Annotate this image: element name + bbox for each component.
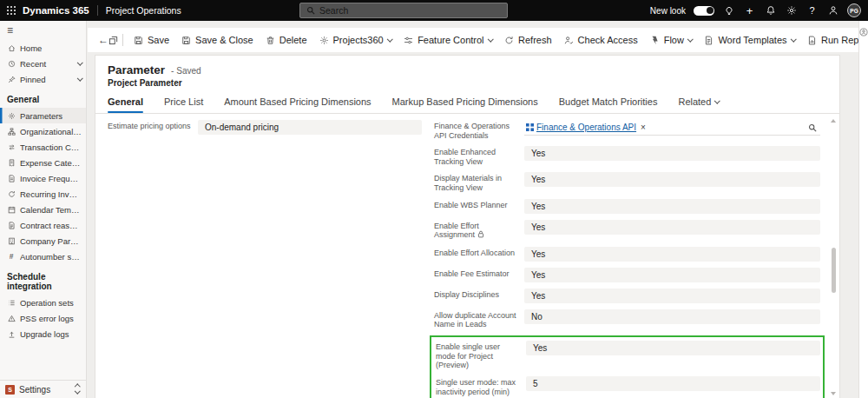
person-icon[interactable] [826,4,839,17]
sidebar-item-home[interactable]: Home [0,40,86,56]
refresh-icon [504,36,514,45]
sidebar-top-items: HomeRecentPinned [0,40,86,87]
scrollbar-thumb[interactable] [832,248,836,293]
tab-general[interactable]: General [108,96,143,113]
feature-control-button[interactable]: Feature Control [398,30,498,50]
refresh-label: Refresh [518,35,552,45]
sidebar-item-pss-error-logs[interactable]: PSS error logs [0,310,86,326]
back-button[interactable]: ← [98,31,108,49]
form-field-row: Enable single user mode for Project (Pre… [436,341,820,370]
help-icon[interactable]: ? [806,4,819,17]
field-value[interactable]: Yes [524,199,820,214]
brand-title[interactable]: Dynamics 365 [23,5,97,16]
field-value[interactable]: Yes [524,172,820,187]
sidebar-item-label: Parameters [20,111,82,121]
sidebar-item-calendar-templates[interactable]: Calendar Templates [0,202,86,217]
tab-label: Amount Based Pricing Dimensions [224,96,371,107]
save-and-close-button[interactable]: Save & Close [175,30,260,50]
form-field-row: Enable Effort AssignmentYes [434,220,820,241]
sidebar-item-contract-reason-codes[interactable]: Contract reason codes [0,217,86,233]
lookup-link[interactable]: Finance & Operations API [536,123,636,132]
delete-button[interactable]: Delete [260,30,313,50]
sidebar-item-autonumber-settings[interactable]: #Autonumber settings [0,249,86,264]
user-avatar[interactable]: PG [847,3,861,17]
lookup-chip[interactable]: Finance & Operations API× [526,123,646,132]
global-search-input[interactable]: Search [299,3,508,18]
sidebar-item-recent[interactable]: Recent [0,56,86,71]
search-icon [306,6,315,15]
field-value[interactable]: Yes [524,268,820,282]
sidebar-item-expense-categories[interactable]: Expense Categories [0,155,86,170]
tab-markup-based-pricing-dimensions[interactable]: Markup Based Pricing Dimensions [392,96,538,113]
refresh-button[interactable]: Refresh [498,30,558,50]
sidebar-item-label: Invoice Frequencies [20,174,82,183]
sidebar-item-label: Contract reason codes [20,221,82,230]
sidebar-item-upgrade-logs[interactable]: Upgrade logs [0,326,86,342]
field-value[interactable]: No [524,309,820,324]
field-value[interactable]: 5 [526,376,820,391]
sidebar-item-label: Organizational Units [20,127,82,136]
field-value[interactable]: Yes [524,247,820,262]
flow-button[interactable]: Flow [644,30,699,50]
app-launcher-button[interactable] [0,0,23,21]
side-pane-person-icon[interactable] [859,28,868,398]
lookup-field[interactable]: Finance & Operations API× [524,120,820,136]
sidebar-item-company-parameters[interactable]: Company Parameters [0,233,86,249]
chevron-down-icon [687,36,693,41]
save-label: Save [148,35,169,45]
calendar-icon [7,206,16,214]
field-value[interactable]: Yes [526,341,820,355]
gear-icon[interactable] [785,4,798,17]
scroll-down-icon[interactable] [831,392,836,395]
sidebar-item-transaction-categories[interactable]: Transaction Categories [0,139,86,155]
field-value[interactable]: Yes [524,289,820,303]
new-look-toggle[interactable] [694,6,714,16]
tab-amount-based-pricing-dimensions[interactable]: Amount Based Pricing Dimensions [224,96,371,113]
report-icon [807,36,817,45]
sidebar-item-invoice-frequencies[interactable]: Invoice Frequencies [0,170,86,186]
invoice-icon [7,175,16,182]
sidebar-item-label: Home [20,43,82,53]
field-value[interactable]: Yes [524,146,820,161]
app-name[interactable]: Project Operations [97,5,181,16]
sidebar-item-label: Upgrade logs [20,329,82,339]
sidebar-item-parameters[interactable]: Parameters [0,108,86,123]
popout-button[interactable] [108,31,118,49]
sidebar-item-operation-sets[interactable]: Operation sets [0,295,86,310]
bell-icon[interactable] [764,4,777,17]
field-label: Single user mode: max inactivity period … [436,376,519,396]
back-arrow-icon: ← [98,34,108,46]
tab-budget-match-priorities[interactable]: Budget Match Priorities [559,96,658,113]
tab-related[interactable]: Related [678,96,719,113]
save-button[interactable]: Save [128,30,175,50]
org-icon [7,128,16,136]
word-templates-button[interactable]: Word Templates [698,30,801,50]
sidebar-item-recurring-invoice-set[interactable]: Recurring Invoice Set... [0,186,86,202]
sidebar-area-switcher[interactable]: S Settings [0,380,86,398]
field-value[interactable]: On-demand pricing [198,120,422,135]
field-label: Enable Enhanced Tracking View [434,146,517,166]
field-label: Estimate pricing options [108,120,191,135]
form-left-column: Estimate pricing options On-demand prici… [95,120,434,398]
sidebar-collapse-button[interactable]: ≡ [0,21,86,40]
projects360-button[interactable]: Projects360 [313,30,398,50]
search-icon[interactable] [808,123,817,132]
new-look-label: New look [650,6,686,16]
check-access-label: Check Access [578,35,638,45]
sidebar-item-organizational-units[interactable]: Organizational Units [0,123,86,139]
tab-bar: General Price List Amount Based Pricing … [95,92,839,114]
scroll-up-icon[interactable] [831,119,836,123]
sidebar-item-label: Pinned [20,75,74,84]
tab-price-list[interactable]: Price List [164,96,203,113]
sidebar-item-label: Calendar Templates [20,205,82,215]
remove-icon[interactable]: × [641,123,646,132]
lightbulb-icon[interactable] [722,4,735,17]
field-value[interactable]: Yes [524,220,820,235]
check-access-button[interactable]: Check Access [558,30,644,50]
scrollbar[interactable] [830,119,838,395]
plus-icon[interactable]: + [743,4,756,17]
form-field-row: Enable WBS PlannerYes [434,199,820,214]
record-type-label: Project Parameter [108,78,827,88]
sidebar-item-pinned[interactable]: Pinned [0,71,86,87]
field-label: Enable Effort Assignment [434,220,517,241]
